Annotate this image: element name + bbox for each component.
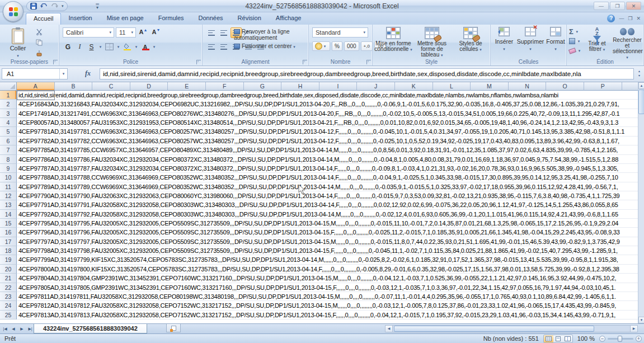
- tab-mise-en-page[interactable]: Mise en page: [100, 12, 151, 25]
- table-row[interactable]: 4CEP97791AD,314197791,FAU32058XC,3129320…: [17, 200, 638, 209]
- percent-button[interactable]: %: [332, 41, 342, 51]
- column-header-D[interactable]: D: [130, 82, 168, 91]
- vertical-scrollbar[interactable]: ▲ ▼: [638, 82, 644, 323]
- number-dialog-launcher[interactable]: [366, 60, 371, 64]
- fill-button[interactable]: ▾: [569, 37, 582, 45]
- table-row[interactable]: 4CEP17491AD,313217491,CCW6963XC,31364696…: [17, 109, 638, 118]
- table-row[interactable]: 4CEP97811AD,314197811,FAU32058XC,3129320…: [17, 292, 638, 301]
- number-format-select[interactable]: Standard▾: [312, 27, 368, 37]
- row-number-15[interactable]: 15: [0, 219, 17, 228]
- cut-icon[interactable]: [35, 28, 44, 36]
- scroll-right-icon[interactable]: ▶: [630, 326, 637, 332]
- formula-bar-expand-icon[interactable]: ▴▾: [636, 69, 643, 78]
- font-family-select[interactable]: Calibri▾: [63, 27, 114, 37]
- column-header-L[interactable]: L: [433, 82, 471, 91]
- row-number-23[interactable]: 23: [0, 292, 17, 301]
- row-number-10[interactable]: 10: [0, 173, 17, 182]
- tab-données[interactable]: Données: [191, 12, 231, 25]
- office-button[interactable]: [3, 1, 23, 22]
- last-sheet-icon[interactable]: ▶|: [26, 325, 34, 333]
- conditional-formatting-button[interactable]: Mise en forme conditionnelle ▾: [374, 26, 412, 53]
- column-header-N[interactable]: N: [509, 82, 547, 91]
- font-size-select[interactable]: 11▾: [116, 27, 136, 37]
- align-top-button[interactable]: [206, 27, 217, 38]
- column-header-O[interactable]: O: [546, 82, 584, 91]
- row-number-20[interactable]: 20: [0, 265, 17, 274]
- row-number-9[interactable]: 9: [0, 164, 17, 173]
- sort-filter-button[interactable]: AZ Trier et filtrer ▾: [582, 27, 612, 53]
- page-layout-view-button[interactable]: [553, 335, 563, 342]
- insert-cells-button[interactable]: Insérer▾: [492, 27, 516, 51]
- minimize-button[interactable]: —: [594, 2, 609, 10]
- table-row[interactable]: 4CEP97786AD,314197786,FAU32034XC,3129320…: [17, 155, 638, 164]
- table-row[interactable]: 4CEP97813AD,314197813,FAU32058XC,3129320…: [17, 311, 638, 319]
- qat-customize-icon[interactable]: ═▾: [94, 3, 101, 10]
- table-row[interactable]: id,nid,sireid,sirenid,damid,damnid,recip…: [17, 91, 638, 100]
- tab-révision[interactable]: Révision: [231, 12, 269, 25]
- workbook-restore-icon[interactable]: ❐: [628, 16, 632, 21]
- thousands-button[interactable]: 000: [344, 41, 359, 51]
- wrap-text-button[interactable]: Renvoyer à la ligne automatiquement: [234, 29, 308, 41]
- fill-color-dropdown-icon[interactable]: ▾: [134, 45, 139, 49]
- column-header-P[interactable]: P: [584, 82, 622, 91]
- row-number-11[interactable]: 11: [0, 182, 17, 191]
- row-number-14[interactable]: 14: [0, 210, 17, 219]
- bold-button[interactable]: G: [63, 41, 73, 52]
- save-icon[interactable]: [30, 3, 37, 10]
- clear-button[interactable]: ▾: [569, 46, 582, 55]
- horizontal-scrollbar[interactable]: ◀ ▶: [385, 325, 638, 332]
- row-number-5[interactable]: 5: [0, 127, 17, 136]
- table-row[interactable]: 4CEP97782AD,314197782,CCW6963XC,31364696…: [17, 137, 638, 145]
- grow-font-button[interactable]: A▲: [138, 27, 149, 37]
- next-sheet-icon[interactable]: ▶: [18, 325, 26, 333]
- scroll-up-icon[interactable]: ▲: [638, 82, 644, 89]
- alignment-dialog-launcher[interactable]: [303, 60, 307, 64]
- font-dialog-launcher[interactable]: [196, 60, 201, 64]
- tab-insertion[interactable]: Insertion: [61, 12, 99, 25]
- zoom-in-button[interactable]: +: [636, 336, 642, 342]
- table-row[interactable]: 4CEP97792AD,314197792,FAU32058XC,3129320…: [17, 210, 638, 219]
- find-select-button[interactable]: Rechercher et sélectionner ▾: [613, 27, 642, 60]
- column-header-K[interactable]: K: [395, 82, 433, 91]
- zoom-out-button[interactable]: −: [599, 336, 605, 342]
- horizontal-scrollbar-thumb[interactable]: [394, 326, 594, 332]
- column-header-F[interactable]: F: [206, 82, 244, 91]
- autosum-button[interactable]: Σ▾: [569, 27, 582, 36]
- scroll-left-icon[interactable]: ◀: [386, 326, 393, 332]
- align-center-button[interactable]: [218, 41, 229, 52]
- font-color-button[interactable]: A: [140, 41, 151, 52]
- insert-worksheet-tab[interactable]: [166, 324, 181, 332]
- column-header-Q[interactable]: Q: [622, 82, 638, 91]
- delete-cells-button[interactable]: Supprimer▾: [516, 27, 544, 51]
- page-break-view-button[interactable]: [563, 335, 572, 342]
- clipboard-dialog-launcher[interactable]: [53, 60, 58, 64]
- close-button[interactable]: ✕: [626, 2, 641, 10]
- column-header-G[interactable]: G: [244, 82, 282, 91]
- column-header-A[interactable]: A: [17, 82, 55, 91]
- help-icon[interactable]: ?: [607, 15, 615, 22]
- qat-dropdown-icon[interactable]: ▾: [62, 4, 64, 8]
- row-number-13[interactable]: 13: [0, 200, 17, 209]
- row-number-22[interactable]: 22: [0, 283, 17, 292]
- first-sheet-icon[interactable]: |◀: [1, 325, 9, 333]
- workbook-minimize-icon[interactable]: —: [619, 16, 624, 21]
- increase-decimal-button[interactable]: +,0: [361, 41, 373, 51]
- column-header-M[interactable]: M: [471, 82, 509, 91]
- accounting-format-button[interactable]: ▾: [312, 41, 330, 51]
- cell-styles-button[interactable]: Styles de cellules ▾: [452, 26, 490, 53]
- table-row[interactable]: 4CEP97796AD,314197796,FAU32005XC,3129320…: [17, 228, 638, 237]
- copy-icon[interactable]: [35, 39, 44, 46]
- format-cells-button[interactable]: Format▾: [543, 27, 568, 51]
- restore-button[interactable]: ❐: [610, 2, 625, 10]
- underline-button[interactable]: S: [86, 41, 97, 52]
- zoom-slider[interactable]: [608, 338, 633, 340]
- tab-affichage[interactable]: Affichage: [269, 12, 309, 25]
- row-number-6[interactable]: 6: [0, 137, 17, 145]
- table-row[interactable]: 4CEP97800AD,314197800,KIF15XC,313520574,…: [17, 265, 638, 274]
- row-number-2[interactable]: 2: [0, 100, 17, 109]
- row-number-21[interactable]: 21: [0, 274, 17, 283]
- row-number-3[interactable]: 3: [0, 109, 17, 118]
- column-header-J[interactable]: J: [357, 82, 395, 91]
- table-row[interactable]: 4CEP16843AD,313216843,FAU32034XC,3129320…: [17, 100, 638, 109]
- undo-icon[interactable]: [40, 3, 48, 10]
